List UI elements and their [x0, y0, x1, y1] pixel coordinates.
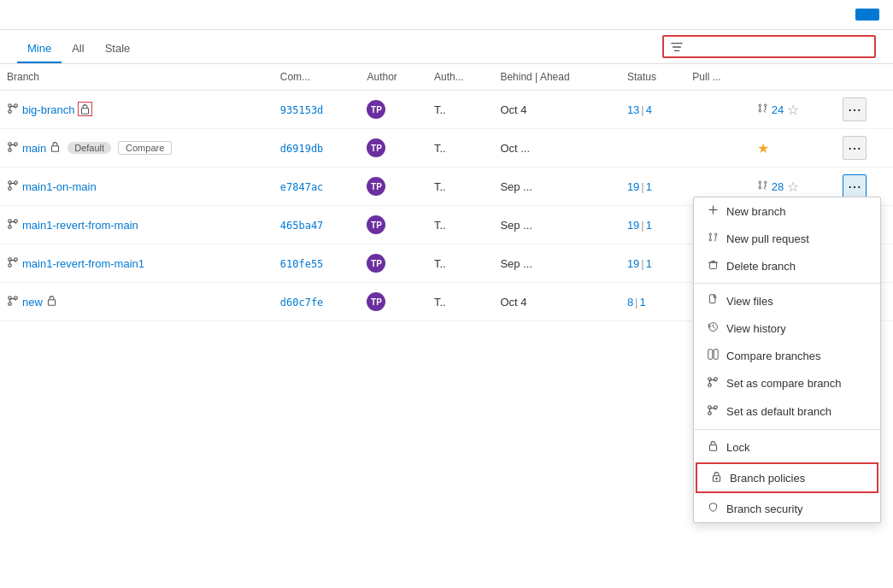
avatar: TP [367, 215, 385, 234]
menu-item-label: View files [726, 295, 773, 308]
commit-link[interactable]: 935153d [280, 104, 324, 116]
svg-rect-3 [82, 109, 89, 115]
branch-icon [7, 295, 19, 309]
menu-item-delete-branch[interactable]: Delete branch [694, 252, 880, 279]
branch-link[interactable]: main1-revert-from-main1 [22, 257, 144, 270]
tab-all[interactable]: All [62, 35, 94, 63]
behind-ahead-cell: 13|4 [620, 91, 685, 129]
branch-link[interactable]: main1-revert-from-main [22, 219, 138, 232]
pulls-link[interactable]: 24 [772, 103, 784, 116]
more-button[interactable]: ⋯ [843, 136, 867, 160]
behind-link[interactable]: 8 [627, 296, 633, 309]
lock-icon[interactable] [50, 141, 61, 155]
menu-item-label: New pull request [726, 232, 809, 245]
menu-item-label: Branch policies [730, 472, 805, 485]
menu-item-view-files[interactable]: View files [694, 287, 880, 315]
avatar: TP [367, 138, 385, 157]
branch-icon [7, 179, 19, 194]
compare-badge[interactable]: Compare [118, 141, 172, 155]
menu-item-compare-branches[interactable]: Compare branches [694, 342, 880, 369]
avatar: TP [367, 177, 385, 196]
branch-link[interactable]: big-branch [22, 103, 74, 116]
col-status: Status [620, 64, 685, 91]
branch-tabs: Mine All Stale [17, 35, 140, 63]
svg-point-16 [764, 181, 766, 183]
branch-cell: new [0, 283, 273, 321]
svg-rect-10 [52, 146, 59, 152]
tab-mine[interactable]: Mine [17, 35, 62, 63]
commit-cell: 610fe55 [273, 244, 361, 283]
author-short-cell: T.. [427, 244, 493, 283]
menu-item-view-history[interactable]: View history [694, 315, 880, 342]
branch-icon [7, 218, 19, 232]
menu-item-icon [706, 232, 720, 245]
ahead-link[interactable]: 1 [646, 257, 652, 270]
star-filled-icon[interactable]: ★ [757, 140, 769, 156]
svg-rect-33 [709, 295, 715, 303]
col-branch: Branch [0, 64, 273, 91]
menu-item-lock[interactable]: Lock [694, 433, 880, 461]
author-cell: TP [360, 168, 426, 206]
lock-icon[interactable] [46, 295, 57, 309]
menu-item-set-as-default-branch[interactable]: Set as default branch [694, 397, 880, 426]
menu-item-icon [706, 376, 720, 391]
behind-ahead-cell: 19|1 [620, 206, 685, 244]
behind-link[interactable]: 19 [627, 257, 639, 270]
auth-date-cell: Oct 4 [493, 283, 620, 321]
search-box [662, 35, 876, 58]
commit-link[interactable]: d6919db [280, 143, 324, 155]
search-input[interactable] [688, 40, 867, 53]
more-button[interactable]: ⋯ [843, 97, 867, 121]
ahead-link[interactable]: 4 [646, 103, 652, 116]
auth-date-cell: Sep ... [493, 244, 620, 283]
commit-link[interactable]: e7847ac [280, 181, 324, 193]
tab-stale[interactable]: Stale [95, 35, 141, 63]
ahead-link[interactable]: 1 [646, 219, 652, 232]
menu-item-branch-policies[interactable]: Branch policies [696, 462, 878, 493]
branch-link[interactable]: main1-on-main [22, 180, 97, 193]
branch-cell: main1-revert-from-main [0, 206, 273, 244]
avatar: TP [367, 292, 385, 311]
more-button[interactable]: ⋯ [843, 174, 867, 198]
menu-item-new-branch[interactable]: New branch [694, 197, 880, 225]
menu-item-branch-security[interactable]: Branch security [694, 495, 880, 522]
branch-icon [7, 256, 19, 271]
menu-item-icon [706, 502, 720, 515]
auth-date-cell: Oct ... [493, 129, 620, 168]
menu-item-icon [706, 349, 720, 362]
menu-item-icon [706, 294, 720, 308]
status-cell [685, 129, 749, 168]
branch-link[interactable]: new [22, 296, 43, 309]
commit-cell: 935153d [273, 91, 361, 129]
commit-link[interactable]: 465ba47 [280, 220, 324, 232]
commit-link[interactable]: 610fe55 [280, 258, 324, 270]
svg-point-14 [759, 181, 761, 183]
lock-icon[interactable] [78, 102, 92, 117]
branch-link[interactable]: main [22, 142, 46, 155]
behind-link[interactable]: 19 [627, 219, 639, 232]
pulls-link[interactable]: 28 [772, 180, 784, 193]
ahead-link[interactable]: 1 [646, 180, 652, 193]
new-branch-button[interactable] [855, 9, 879, 21]
star-outline-icon[interactable]: ☆ [787, 179, 799, 195]
author-cell: TP [360, 283, 426, 321]
branch-cell: mainDefaultCompare [0, 129, 273, 168]
commit-link[interactable]: d60c7fe [280, 297, 324, 309]
more-cell: ⋯ [836, 129, 893, 168]
col-actions [750, 64, 836, 91]
star-outline-icon[interactable]: ☆ [787, 102, 799, 118]
menu-item-set-as-compare-branch[interactable]: Set as compare branch [694, 369, 880, 397]
branch-cell: big-branch [0, 91, 273, 129]
svg-point-29 [709, 233, 711, 235]
context-menu: New branch New pull request Delete branc… [693, 197, 881, 523]
author-short-cell: T.. [427, 283, 493, 321]
menu-item-new-pull-request[interactable]: New pull request [694, 225, 880, 252]
ahead-link[interactable]: 1 [640, 296, 646, 309]
pulls-cell: 24☆ [750, 91, 836, 129]
svg-rect-32 [709, 262, 716, 268]
behind-link[interactable]: 13 [627, 103, 639, 116]
author-cell: TP [360, 129, 426, 168]
status-cell [685, 91, 749, 129]
menu-item-label: Set as compare branch [726, 377, 841, 390]
behind-link[interactable]: 19 [627, 180, 639, 193]
